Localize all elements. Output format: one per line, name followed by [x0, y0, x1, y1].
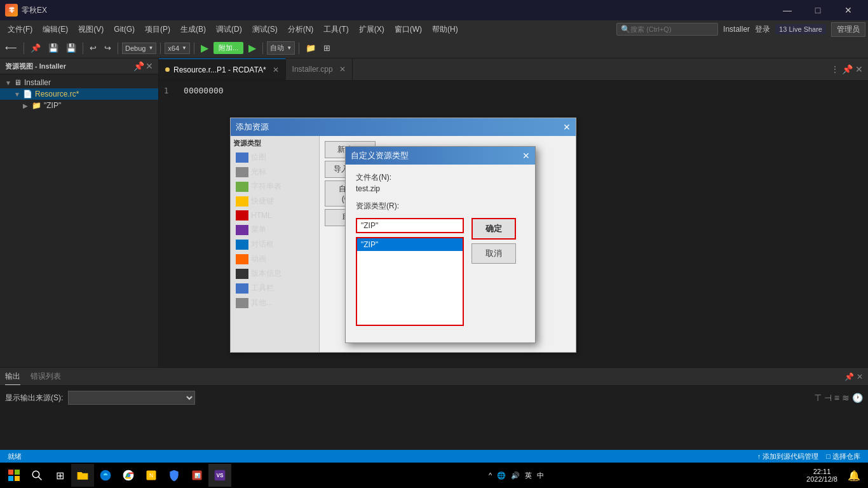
- notification-button[interactable]: 🔔: [843, 464, 865, 487]
- menu-file[interactable]: 文件(F): [3, 22, 37, 37]
- output-icon-3[interactable]: ≡: [834, 393, 839, 403]
- tree-item-resource[interactable]: ▼ 📄 Resource.rc*: [0, 88, 158, 100]
- tab-close-icon[interactable]: ✕: [273, 65, 279, 74]
- debug-mode-dropdown[interactable]: Debug ▼: [122, 43, 156, 54]
- layout-button[interactable]: ⊞: [321, 42, 333, 54]
- filename-label: 文件名(N):: [356, 172, 525, 183]
- resource-type-accel[interactable]: 快捷键: [233, 194, 316, 208]
- arch-dropdown[interactable]: x64 ▼: [165, 43, 190, 54]
- resource-type-toolbar[interactable]: 工具栏: [233, 281, 316, 295]
- maximize-button[interactable]: □: [803, 0, 832, 20]
- taskview-button[interactable]: ⊞: [48, 464, 71, 487]
- output-icon-1[interactable]: ⊤: [814, 393, 822, 403]
- output-icon-clock[interactable]: 🕐: [852, 393, 863, 403]
- bottom-close-icon[interactable]: ✕: [857, 372, 863, 381]
- outer-dialog-close-button[interactable]: ✕: [563, 122, 571, 132]
- auto-dropdown[interactable]: 自动 ▼: [267, 41, 295, 55]
- status-item-repo[interactable]: □ 选择仓库: [824, 452, 863, 461]
- ime-zh-label[interactable]: 中: [536, 471, 545, 480]
- pin-button[interactable]: 📌: [28, 42, 43, 54]
- tree-item-installer[interactable]: ▼ 🖥 Installer: [0, 77, 158, 88]
- tab-close-icon2[interactable]: ✕: [339, 65, 346, 74]
- file-explorer-icon[interactable]: [71, 464, 94, 487]
- sidebar-pin-icon[interactable]: 📌: [133, 61, 144, 71]
- output-icon-4[interactable]: ≋: [842, 393, 850, 403]
- notes-icon[interactable]: N: [140, 464, 163, 487]
- tab-close-all-icon[interactable]: ✕: [855, 64, 863, 74]
- tab-installer[interactable]: Installer.cpp ✕: [286, 58, 353, 80]
- start-button[interactable]: [3, 464, 25, 487]
- folder-button[interactable]: 📁: [303, 42, 318, 54]
- resource-type-anim[interactable]: 动画: [233, 252, 316, 266]
- ime-en-label[interactable]: 英: [524, 471, 533, 480]
- inner-dialog-close-button[interactable]: ✕: [522, 151, 530, 161]
- menu-edit[interactable]: 编辑(E): [37, 22, 73, 37]
- volume-icon[interactable]: 🔊: [510, 471, 521, 480]
- attach-button[interactable]: 附加...: [214, 42, 243, 54]
- taskbar-time: 22:11: [813, 468, 831, 475]
- save-button[interactable]: 💾: [46, 42, 61, 54]
- output-icon-2[interactable]: ⊣: [824, 393, 832, 403]
- menu-analyze[interactable]: 分析(N): [283, 22, 319, 37]
- save-all-button[interactable]: 💾: [64, 42, 79, 54]
- search-box[interactable]: 🔍: [616, 23, 718, 36]
- status-item-ready[interactable]: 就绪: [5, 452, 24, 461]
- tab-pin-icon[interactable]: 📌: [842, 64, 853, 74]
- output-source-select[interactable]: [68, 391, 195, 405]
- vs-icon[interactable]: VS: [208, 464, 231, 487]
- login-button[interactable]: 登录: [755, 24, 770, 35]
- sidebar-close-icon[interactable]: ✕: [146, 61, 153, 71]
- step-button[interactable]: ▶: [246, 41, 259, 55]
- search-taskbar-button[interactable]: [25, 464, 48, 487]
- menu-help[interactable]: 帮助(H): [427, 22, 463, 37]
- resource-type-listbox[interactable]: "ZIP": [356, 237, 464, 326]
- bottom-tab-output[interactable]: 输出: [5, 369, 20, 385]
- undo-button[interactable]: ↩: [87, 42, 99, 54]
- menu-git[interactable]: Git(G): [109, 22, 140, 36]
- line-number: 1: [164, 86, 168, 95]
- cancel-button[interactable]: 取消: [471, 243, 516, 264]
- confirm-button[interactable]: 确定: [471, 218, 516, 240]
- tab-menu-icon[interactable]: ⋮: [831, 64, 839, 74]
- status-item-source-control[interactable]: ↑ 添加到源代码管理: [755, 452, 822, 461]
- resource-type-input[interactable]: [356, 218, 464, 233]
- bottom-tab-errors[interactable]: 错误列表: [31, 369, 61, 384]
- menu-window[interactable]: 窗口(W): [390, 22, 427, 37]
- stats-icon[interactable]: 📊: [186, 464, 208, 487]
- menu-project[interactable]: 项目(P): [140, 22, 175, 37]
- tree-item-zip[interactable]: ▶ 📁 "ZIP": [0, 100, 158, 111]
- tab-resource[interactable]: Resource.r...P1 - RCDATA* ✕: [159, 58, 286, 80]
- menu-extensions[interactable]: 扩展(X): [354, 22, 390, 37]
- close-button[interactable]: ✕: [834, 0, 863, 20]
- resource-type-string[interactable]: 字符串表: [233, 180, 316, 193]
- minimize-button[interactable]: —: [773, 0, 802, 20]
- taskbar-clock[interactable]: 22:11 2022/12/8: [801, 468, 843, 483]
- redo-button[interactable]: ↪: [102, 42, 114, 54]
- play-button[interactable]: ▶: [198, 41, 211, 55]
- resource-type-string-label: 字符串表: [251, 181, 281, 192]
- admin-button[interactable]: 管理员: [831, 22, 865, 37]
- resource-type-html[interactable]: HTML: [233, 209, 316, 222]
- menu-view[interactable]: 视图(V): [73, 22, 109, 37]
- separator2: [83, 43, 83, 54]
- back-button[interactable]: ⟵: [3, 42, 20, 54]
- chrome-icon[interactable]: [117, 464, 140, 487]
- resource-type-other[interactable]: 其他...: [233, 296, 316, 309]
- menu-tools[interactable]: 工具(T): [318, 22, 353, 37]
- resource-type-bitmap[interactable]: 位图: [233, 151, 316, 164]
- list-item-zip[interactable]: "ZIP": [357, 238, 463, 251]
- resource-type-menu[interactable]: 菜单: [233, 223, 316, 236]
- search-input[interactable]: [630, 25, 714, 33]
- edge-icon[interactable]: [94, 464, 117, 487]
- network-icon[interactable]: 🌐: [496, 471, 507, 480]
- menu-build[interactable]: 生成(B): [175, 22, 211, 37]
- bottom-pin-icon[interactable]: 📌: [844, 372, 854, 381]
- systray-up-arrow[interactable]: ^: [487, 471, 493, 479]
- menu-test[interactable]: 测试(S): [247, 22, 283, 37]
- live-share-label[interactable]: 13 Live Share: [775, 24, 826, 34]
- shield-icon[interactable]: [163, 464, 186, 487]
- resource-type-cursor[interactable]: 光标: [233, 165, 316, 179]
- resource-type-version[interactable]: 版本信息: [233, 267, 316, 280]
- resource-type-dialog[interactable]: 对话框: [233, 238, 316, 251]
- menu-debug[interactable]: 调试(D): [211, 22, 247, 37]
